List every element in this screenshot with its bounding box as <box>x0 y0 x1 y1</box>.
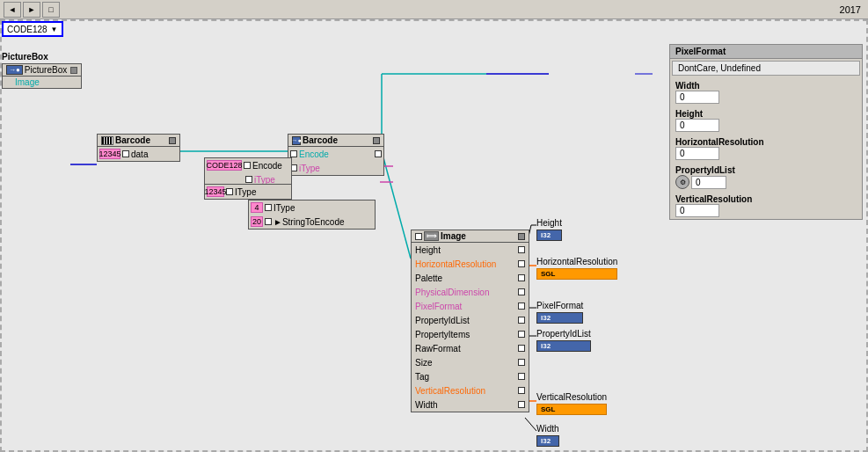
image-rawfmt-row: RawFormat <box>412 341 529 355</box>
propidlist-i32-badge: I32 <box>536 340 591 352</box>
picturebox-header-badge: →● <box>6 65 23 75</box>
width-i32-badge: I32 <box>536 435 559 447</box>
view-button[interactable]: □ <box>42 2 60 18</box>
barcode-node-1-out-port <box>169 137 176 144</box>
right-panel-title: PixelFormat <box>675 47 726 56</box>
right-panel-propidlist-section: PropertyIdList ⚙ 0 <box>670 162 862 191</box>
vertres-output-group: VerticalResolution SGL <box>536 392 607 415</box>
badge-12345-2: 12345 <box>207 186 224 197</box>
hres-output-group: HorizontalResolution SGL <box>536 257 617 280</box>
rp-hres-label: HorizontalResolution <box>675 137 857 147</box>
rp-propidlist-label: PropertyIdList <box>675 165 735 175</box>
string-encode-row1: 4 IType <box>249 200 375 215</box>
encode-encode-label: Encode <box>252 161 282 171</box>
canvas: PictureBox b →● PictureBox Image CODE128… <box>0 19 868 452</box>
encode-code128-row: CODE128 Encode <box>205 158 291 172</box>
encode-code128-port <box>244 162 251 169</box>
barcode-icon <box>101 136 113 145</box>
image-width-row: Width <box>412 397 529 412</box>
itype-val-port <box>226 188 233 195</box>
barcode-row-12345: 12345 data <box>98 147 179 161</box>
code128-dropdown-icon[interactable]: ▼ <box>51 26 58 33</box>
image-propitems-row: PropertyItems <box>412 327 529 341</box>
string-encode-block: 4 IType 20 ►StringToEncode <box>248 200 376 230</box>
rp-vertres-label: VerticalResolution <box>675 194 857 204</box>
image-propidlist-row: PropertyIdList <box>412 313 529 327</box>
image-hres-row: HorizontalResolution <box>412 257 529 271</box>
size-out-port <box>518 359 525 366</box>
rp-propidlist-icon: ⚙ <box>675 175 689 189</box>
tag-label: Tag <box>415 372 429 382</box>
palette-out-port <box>518 274 525 281</box>
svg-line-2 <box>382 151 411 259</box>
toolbar: ◄ ► □ 2017 <box>0 0 868 19</box>
propidlist-label: PropertyIdList <box>415 316 470 325</box>
picturebox-label: PictureBox <box>2 52 48 62</box>
image-size-row: Size <box>412 355 529 369</box>
image-tag-row: Tag <box>412 369 529 383</box>
physdim-label: PhysicalDimension <box>415 288 489 297</box>
propidlist-output-group: PropertyIdList I32 <box>536 329 591 352</box>
rawfmt-out-port <box>518 345 525 352</box>
hres-sgl-badge: SGL <box>536 268 617 280</box>
image-node-label: Image <box>441 231 466 241</box>
back-button[interactable]: ◄ <box>4 2 21 18</box>
barcode-node-1-label: Barcode <box>115 135 150 145</box>
width-output-group: Width I32 <box>536 424 559 447</box>
image-palette-row: Palette <box>412 271 529 285</box>
picturebox-image-row: Image <box>2 77 82 89</box>
itype-block: 12345 IType <box>204 184 292 200</box>
right-panel-hres-section: HorizontalResolution 0 <box>670 134 862 162</box>
picturebox-output-label: PictureBox <box>25 65 67 75</box>
height-i32-badge: I32 <box>536 230 562 241</box>
badge-20: 20 <box>251 216 263 227</box>
barcode-node-2: →● Barcode Encode iType <box>288 134 384 176</box>
itype-lower-label: IType <box>274 203 295 213</box>
rp-propidlist-value: 0 <box>691 176 726 189</box>
barcode-node-2-out-port <box>373 137 380 144</box>
str-port-1 <box>265 204 272 211</box>
port-in-left <box>122 150 129 157</box>
itype-value-row: 12345 IType <box>205 185 291 199</box>
year-label: 2017 <box>840 4 861 15</box>
rp-height-label: Height <box>675 109 857 119</box>
vertres-sgl-badge: SGL <box>536 404 607 415</box>
string-to-encode-label: ►StringToEncode <box>274 217 345 227</box>
barcode-node-2-header: →● Barcode <box>288 135 383 147</box>
image-pixfmt-row: PixelFormat <box>412 299 529 313</box>
width-out-port <box>518 401 525 408</box>
forward-button[interactable]: ► <box>23 2 40 18</box>
code128-selector[interactable]: CODE128 ▼ <box>2 21 63 37</box>
barcode-encode-row: Encode <box>288 147 383 161</box>
code128-label: CODE128 <box>7 25 47 34</box>
height-label: Height <box>415 245 441 255</box>
height-out-port <box>518 246 525 253</box>
encode-label: Encode <box>299 149 329 159</box>
itype-label: iType <box>299 164 320 173</box>
encode-block: CODE128 Encode iType <box>204 157 292 187</box>
encode-in-port <box>290 150 297 157</box>
encode-itype-port <box>245 176 252 183</box>
str-port-2 <box>265 218 272 225</box>
tag-out-port <box>518 373 525 380</box>
physdim-out-port <box>518 288 525 295</box>
string-encode-row2: 20 ►StringToEncode <box>249 215 375 229</box>
encode-out-port <box>375 150 382 157</box>
rp-height-value: 0 <box>675 119 719 132</box>
barcode-node-2-label: Barcode <box>303 135 338 145</box>
rp-width-value: 0 <box>675 91 719 104</box>
image-vertres-row: VerticalResolution <box>412 383 529 397</box>
rp-vertres-value: 0 <box>675 204 719 217</box>
hres-out-label: HorizontalResolution <box>536 257 617 266</box>
size-label: Size <box>415 358 432 368</box>
badge-code128: CODE128 <box>207 160 242 171</box>
barcode-itype-row: iType <box>288 161 383 175</box>
right-panel: PixelFormat DontCare, Undefined Width 0 … <box>669 44 863 220</box>
vertres-label: VerticalResolution <box>415 386 485 396</box>
right-panel-top-value: DontCare, Undefined <box>672 61 860 76</box>
propidlist-out-label: PropertyIdList <box>536 329 591 339</box>
propitems-label: PropertyItems <box>415 330 470 339</box>
right-panel-height-section: Height 0 <box>670 106 862 134</box>
vertres-out-port <box>518 387 525 394</box>
image-header-icon: ⟾ <box>424 231 439 241</box>
